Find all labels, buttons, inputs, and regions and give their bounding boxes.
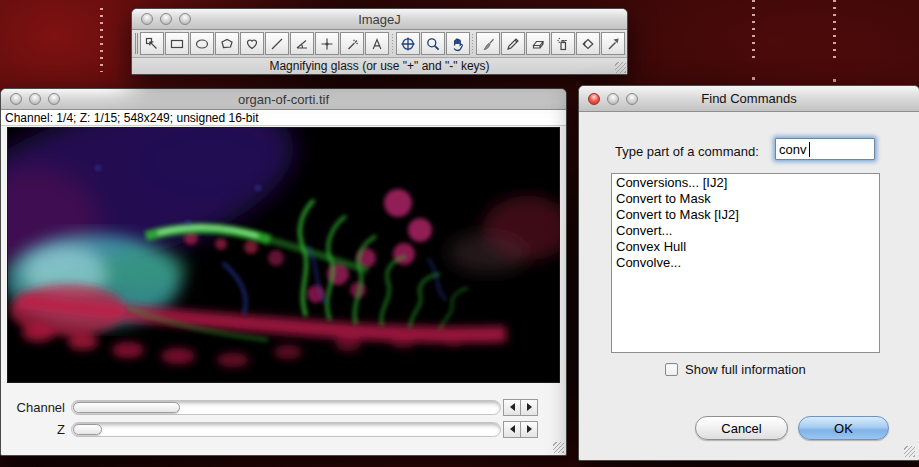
spray-can-tool-button[interactable] (551, 32, 575, 55)
z-slider-row: Z (1, 419, 566, 439)
arrow-tool-button[interactable] (601, 32, 625, 55)
zoom-button[interactable] (179, 13, 191, 25)
channel-decrement-button[interactable] (503, 399, 521, 416)
command-result-item[interactable]: Convert... (612, 222, 879, 238)
line-icon (269, 36, 285, 52)
cancel-button[interactable]: Cancel (695, 416, 788, 440)
ok-button[interactable]: OK (798, 416, 889, 440)
freehand-tool-button[interactable] (240, 32, 264, 55)
channel-slider-row: Channel (1, 397, 566, 417)
image-canvas[interactable] (7, 127, 560, 383)
z-slider-track[interactable] (71, 422, 501, 437)
angle-tool-button[interactable] (290, 32, 314, 55)
microscopy-image (8, 128, 560, 383)
spray-can-icon (555, 36, 571, 52)
eraser-tool-button[interactable] (526, 32, 550, 55)
find-commands-dialog: Find Commands Type part of a command: Co… (578, 85, 919, 461)
imagej-titlebar[interactable]: ImageJ (132, 9, 627, 30)
image-info-bar: Channel: 1/4; Z: 1/15; 548x249; unsigned… (1, 110, 566, 126)
point-icon (319, 36, 335, 52)
magnifier-icon (425, 36, 441, 52)
search-prompt-label: Type part of a command: (615, 144, 759, 159)
find-commands-titlebar[interactable]: Find Commands (579, 86, 919, 112)
rectangle-tool-button[interactable] (165, 32, 189, 55)
eraser-icon (530, 36, 546, 52)
toolbar-separator (472, 34, 474, 54)
z-increment-button[interactable] (520, 421, 538, 438)
right-arrow-icon (527, 425, 532, 433)
close-button[interactable] (10, 93, 22, 105)
resize-grip[interactable] (553, 442, 564, 453)
paint-bucket-icon (580, 36, 596, 52)
polygon-tool-button[interactable] (215, 32, 239, 55)
view-tools-group (396, 32, 470, 55)
show-full-info-label: Show full information (685, 362, 806, 377)
right-arrow-icon (527, 403, 532, 411)
image-window: organ-of-corti.tif Channel: 1/4; Z: 1/15… (0, 88, 567, 456)
imagej-toolbar (132, 30, 627, 58)
minimize-button[interactable] (160, 13, 172, 25)
oval-icon (194, 36, 210, 52)
text-tool-button[interactable] (365, 32, 389, 55)
minimize-button[interactable] (607, 93, 619, 105)
command-search-input[interactable] (775, 138, 875, 160)
command-results-list[interactable]: Conversions... [IJ2]Convert to MaskConve… (611, 173, 880, 353)
image-window-titlebar[interactable]: organ-of-corti.tif (1, 89, 566, 110)
channel-increment-button[interactable] (520, 399, 538, 416)
rectangle-icon (169, 36, 185, 52)
command-result-item[interactable]: Convolve... (612, 254, 879, 270)
command-result-item[interactable]: Convert to Mask [IJ2] (612, 206, 879, 222)
show-full-info-row: Show full information (665, 362, 806, 377)
text-icon (369, 36, 385, 52)
angle-icon (294, 36, 310, 52)
draw-tools-group (476, 32, 625, 55)
resize-grip[interactable] (615, 62, 626, 73)
text-caret (809, 142, 810, 157)
selection-tools-group (140, 32, 389, 55)
z-slider-label: Z (1, 422, 71, 437)
channel-slider-thumb[interactable] (73, 402, 180, 413)
line-tool-button[interactable] (265, 32, 289, 55)
magnifier-tool-button[interactable] (421, 32, 445, 55)
window-title: ImageJ (132, 12, 627, 27)
z-slider-thumb[interactable] (73, 424, 102, 435)
close-button[interactable] (141, 13, 153, 25)
window-title: organ-of-corti.tif (1, 92, 566, 107)
show-full-info-checkbox[interactable] (665, 363, 678, 376)
paintbrush-tool-button[interactable] (476, 32, 500, 55)
pencil-tool-button[interactable] (501, 32, 525, 55)
channel-slider-label: Channel (1, 400, 71, 415)
zoom-button[interactable] (48, 93, 60, 105)
wand-tool-button[interactable] (340, 32, 364, 55)
zoom-button[interactable] (626, 93, 638, 105)
imagej-status-bar: Magnifying glass (or use "+" and "-" key… (132, 58, 627, 74)
paintbrush-icon (480, 36, 496, 52)
hand-tool-button[interactable] (446, 32, 470, 55)
left-arrow-icon (510, 425, 515, 433)
pencil-icon (505, 36, 521, 52)
minimize-button[interactable] (29, 93, 41, 105)
channel-slider-track[interactable] (71, 400, 501, 415)
command-result-item[interactable]: Conversions... [IJ2] (612, 174, 879, 190)
freehand-icon (244, 36, 260, 52)
status-text: Magnifying glass (or use "+" and "-" key… (269, 59, 489, 73)
command-result-item[interactable]: Convex Hull (612, 238, 879, 254)
polygon-icon (219, 36, 235, 52)
resize-grip[interactable] (904, 446, 915, 457)
imagej-main-window: ImageJ Magnifying glass (or use "+" and … (131, 8, 628, 75)
point-tool-button[interactable] (315, 32, 339, 55)
wallpaper-dot (833, 79, 836, 82)
z-decrement-button[interactable] (503, 421, 521, 438)
selection-pointer-icon (144, 36, 160, 52)
toolbar-separator (391, 34, 393, 54)
command-result-item[interactable]: Convert to Mask (612, 190, 879, 206)
wand-icon (344, 36, 360, 52)
wallpaper-dot (752, 77, 755, 80)
crosshair-tool-button[interactable] (396, 32, 420, 55)
paint-bucket-tool-button[interactable] (576, 32, 600, 55)
oval-tool-button[interactable] (190, 32, 214, 55)
hand-icon (450, 36, 466, 52)
selection-pointer-tool-button[interactable] (140, 32, 164, 55)
wallpaper-streak (752, 0, 755, 58)
close-button[interactable] (588, 93, 600, 105)
